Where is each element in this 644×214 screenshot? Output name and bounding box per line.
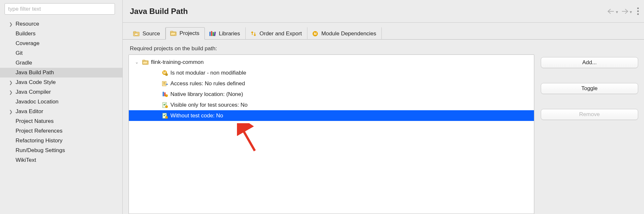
project-folder-icon (142, 59, 149, 66)
sidebar-item-label: Javadoc Location (16, 99, 58, 105)
page-title: Java Build Path (130, 7, 188, 16)
sidebar-item-refactoring-history[interactable]: ❯ Refactoring History (0, 136, 122, 146)
svg-rect-17 (163, 82, 165, 83)
projects-panel-wrap: Required projects on the build path: ⌄ f… (129, 43, 534, 214)
header-nav-icons: ▼ ▼ (607, 0, 641, 22)
project-root-node[interactable]: ⌄ flink-training-common (129, 57, 534, 67)
filter-input[interactable] (5, 3, 115, 15)
svg-rect-8 (214, 31, 216, 36)
toggle-button[interactable]: Toggle (541, 83, 638, 94)
project-attr-native-lib[interactable]: Native library location: (None) (129, 89, 534, 100)
svg-point-23 (165, 105, 168, 108)
sidebar-item-label: Gradle (16, 60, 32, 66)
tree-node-label: Without test code: No (170, 113, 223, 119)
tab-libraries[interactable]: Libraries (205, 27, 245, 40)
sidebar-item-javadoc-location[interactable]: ❯ Javadoc Location (0, 97, 122, 107)
project-attr-modular[interactable]: M Is not modular - non modifiable (129, 67, 534, 78)
order-export-icon (250, 30, 257, 37)
tab-order-export[interactable]: Order and Export (246, 27, 307, 40)
sidebar-item-label: Java Code Style (16, 79, 56, 86)
svg-rect-5 (209, 32, 211, 36)
category-tree: ❯ Resource ❯ Builders ❯ Coverage ❯ Git ❯… (0, 19, 122, 165)
projects-tab-content: Required projects on the build path: ⌄ f… (123, 40, 644, 214)
button-column: Add... Toggle Remove (541, 43, 638, 214)
sidebar-item-label: Java Editor (16, 108, 43, 115)
sidebar-item-project-natures[interactable]: ❯ Project Natures (0, 116, 122, 126)
tree-node-label: Is not modular - non modifiable (170, 70, 246, 76)
svg-rect-4 (170, 31, 173, 32)
project-attr-access-rules[interactable]: Access rules: No rules defined (129, 78, 534, 89)
sidebar-item-run-debug-settings[interactable]: ❯ Run/Debug Settings (0, 146, 122, 155)
sidebar-item-java-build-path[interactable]: ❯ Java Build Path (0, 68, 122, 77)
module-attr-icon: M (161, 69, 168, 77)
test-visibility-icon (161, 101, 168, 109)
content-header: Java Build Path ▼ ▼ (123, 0, 644, 23)
tree-node-label: flink-training-common (151, 59, 204, 65)
sidebar: ❯ Resource ❯ Builders ❯ Coverage ❯ Git ❯… (0, 0, 123, 214)
chevron-right-icon: ❯ (8, 79, 14, 85)
svg-rect-6 (211, 31, 212, 36)
nav-forward-button[interactable]: ▼ (621, 8, 633, 14)
sidebar-item-label: Resource (16, 21, 39, 27)
sidebar-item-coverage[interactable]: ❯ Coverage (0, 39, 122, 48)
svg-rect-2 (135, 33, 138, 35)
sidebar-item-label: Coverage (16, 40, 40, 47)
sidebar-item-builders[interactable]: ❯ Builders (0, 29, 122, 39)
tab-source[interactable]: Source (129, 27, 166, 40)
svg-rect-18 (163, 84, 165, 84)
content-pane: Java Build Path ▼ ▼ (123, 0, 644, 214)
sidebar-item-java-code-style[interactable]: ❯ Java Code Style (0, 77, 122, 87)
source-icon (133, 30, 140, 37)
add-button[interactable]: Add... (541, 57, 638, 68)
sidebar-item-git[interactable]: ❯ Git (0, 48, 122, 58)
sidebar-item-label: Java Compiler (16, 89, 51, 95)
sidebar-item-label: Project References (16, 128, 63, 134)
sidebar-item-project-references[interactable]: ❯ Project References (0, 126, 122, 136)
module-deps-icon: M (312, 30, 319, 37)
remove-button[interactable]: Remove (541, 109, 638, 120)
libraries-icon (209, 30, 216, 37)
tab-label: Order and Export (260, 30, 302, 37)
sidebar-item-wikitext[interactable]: ❯ WikiText (0, 155, 122, 165)
tab-bar: Source Projects Libraries Order and Expo… (123, 27, 644, 40)
view-menu-button[interactable] (635, 7, 641, 15)
required-projects-panel: ⌄ flink-training-common M Is not modular… (129, 54, 534, 214)
nav-back-button[interactable]: ▼ (607, 8, 619, 14)
projects-tree[interactable]: ⌄ flink-training-common M Is not modular… (129, 55, 534, 121)
sidebar-item-java-editor[interactable]: ❯ Java Editor (0, 107, 122, 116)
sidebar-item-label: WikiText (16, 157, 36, 163)
tree-node-label: Visible only for test sources: No (170, 102, 248, 108)
tab-label: Libraries (219, 30, 240, 37)
projects-icon (170, 30, 177, 37)
sidebar-item-java-compiler[interactable]: ❯ Java Compiler (0, 87, 122, 97)
tab-projects[interactable]: Projects (166, 27, 205, 40)
sidebar-item-gradle[interactable]: ❯ Gradle (0, 58, 122, 68)
svg-text:M: M (314, 32, 316, 36)
svg-point-15 (165, 73, 168, 76)
sidebar-item-label: Refactoring History (16, 137, 63, 144)
sidebar-item-label: Project Natures (16, 118, 54, 125)
tab-label: Module Dependencies (321, 30, 376, 37)
native-lib-icon (161, 91, 168, 98)
chevron-down-icon[interactable]: ⌄ (134, 60, 139, 65)
tab-label: Source (142, 30, 160, 37)
sidebar-item-label: Git (16, 50, 23, 56)
access-rules-icon (161, 80, 168, 87)
tree-node-label: Native library location: (None) (170, 91, 243, 98)
project-attr-test-visibility[interactable]: Visible only for test sources: No (129, 100, 534, 110)
test-code-icon (161, 112, 168, 119)
tab-label: Projects (180, 30, 199, 37)
svg-point-25 (165, 116, 168, 119)
chevron-right-icon: ❯ (8, 109, 14, 114)
sidebar-item-resource[interactable]: ❯ Resource (0, 19, 122, 29)
sidebar-item-label: Run/Debug Settings (16, 147, 65, 154)
chevron-right-icon: ❯ (8, 89, 14, 95)
sidebar-item-label: Builders (16, 30, 35, 37)
svg-rect-1 (133, 31, 136, 33)
svg-rect-19 (163, 92, 164, 96)
panel-caption: Required projects on the build path: (130, 45, 533, 52)
sidebar-item-label: Java Build Path (16, 69, 54, 76)
tab-module-dependencies[interactable]: M Module Dependencies (307, 27, 382, 40)
svg-rect-12 (142, 60, 145, 61)
project-attr-without-test-code[interactable]: Without test code: No (129, 110, 534, 121)
